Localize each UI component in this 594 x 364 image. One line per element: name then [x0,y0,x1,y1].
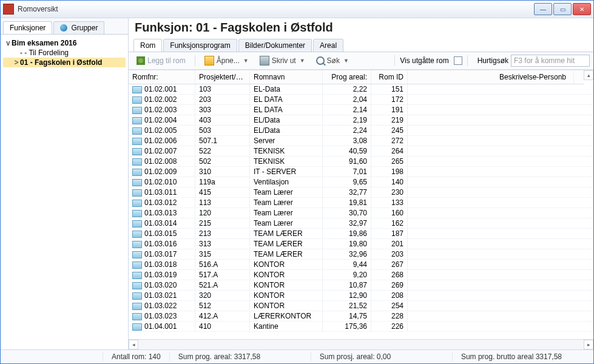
tab-grupper[interactable]: Grupper [53,21,104,34]
room-icon [132,138,142,145]
table-row[interactable]: 01.03.021320KONTOR12,90208 [129,291,593,301]
cell-prog-areal: 32,96 [323,249,371,259]
cell-romfnr: 01.02.005 [129,126,195,135]
tab-label: Grupper [71,24,98,32]
scroll-up-button[interactable]: ▴ [584,70,593,80]
cell-rom-id: 230 [371,187,408,197]
table-row[interactable]: 01.02.001103EL-Data2,22151 [129,84,593,95]
col-prog-areal[interactable]: Prog areal: [323,70,371,84]
tab-label: Bilder/Dokumenter [245,41,305,50]
col-romnavn[interactable]: Romnavn [250,70,323,84]
tab-bilder[interactable]: Bilder/Dokumenter [238,39,312,52]
cell-romnavn: KONTOR [250,280,323,290]
btn-label: Legg til rom [147,56,186,65]
table-row[interactable]: 01.03.022512KONTOR21,52254 [129,301,593,311]
cell-romnavn: KONTOR [250,270,323,280]
cell-romfnr: 01.02.006 [129,136,195,146]
grid-body[interactable]: 01.02.001103EL-Data2,2215101.02.002203EL… [129,84,593,339]
titlebar[interactable]: Romoversikt — ▭ ✕ [1,1,593,18]
page-title: Funksjon: 01 - Fagskolen i Østfold [129,18,593,35]
table-row[interactable]: 01.03.018516.AKONTOR9,44267 [129,260,593,270]
grid: Romfnr: Prosjektert/Ge... Romnavn Prog a… [129,70,593,349]
cell-romnavn: Server [250,136,323,146]
cell-beskrivelse [408,126,593,135]
col-beskrivelse[interactable]: Beskrivelse-Personb [408,70,574,84]
table-row[interactable]: 01.02.009310IT - SERVER7,01198 [129,167,593,177]
chevron-down-icon: ▼ [300,58,305,64]
cell-beskrivelse [408,218,593,228]
cell-romnavn: Team Lærer [250,218,323,228]
room-icon [132,220,142,228]
expander-icon[interactable]: > [13,58,20,67]
table-row[interactable]: 01.03.016313TEAM LÆRER19,80201 [129,239,593,249]
table-row[interactable]: 01.04.001410Kantine175,36226 [129,322,593,332]
table-row[interactable]: 01.02.007522TEKNISK40,59264 [129,146,593,157]
table-row[interactable]: 01.02.003303EL DATA2,14191 [129,105,593,115]
cell-rom-id: 254 [371,301,408,311]
scroll-left-button[interactable]: ◂ [129,340,138,349]
cell-rom-id: 219 [371,115,408,125]
cell-romfnr: 01.02.004 [129,115,195,125]
table-row[interactable]: 01.03.023412.ALÆRERKONTOR14,75228 [129,311,593,322]
cell-prog-areal: 2,04 [323,95,371,104]
table-row[interactable]: 01.03.011415Team Lærer32,77230 [129,187,593,198]
cell-prosjektert: 517.A [195,270,250,280]
tree-label: Bim eksamen 2016 [12,39,76,47]
minimize-button[interactable]: — [534,3,552,15]
table-row[interactable]: 01.03.020521.AKONTOR10,87269 [129,280,593,291]
col-prosjektert[interactable]: Prosjektert/Ge... [195,70,250,84]
btn-label: Søk [327,56,340,65]
tab-funksjonsprogram[interactable]: Funksjonsprogram [163,39,237,52]
cell-prosjektert: 507.1 [195,136,250,146]
table-row[interactable]: 01.02.006507.1Server3,08272 [129,136,593,146]
tab-funksjoner[interactable]: Funksjoner [3,21,52,34]
scroll-right-button[interactable]: ▸ [584,340,593,349]
quicksearch-input[interactable] [511,55,590,67]
tab-rom[interactable]: Rom [133,39,162,52]
table-row[interactable]: 01.02.005503EL/Data2,24245 [129,126,593,136]
cell-rom-id: 160 [371,208,408,218]
table-row[interactable]: 01.03.019517.AKONTOR9,20268 [129,270,593,280]
cell-prosjektert: 512 [195,301,250,311]
cell-romfnr: 01.03.022 [129,301,195,311]
close-button[interactable]: ✕ [573,3,591,15]
folder-icon [204,56,214,66]
expander-icon[interactable]: ∨ [4,39,12,47]
add-room-button[interactable]: Legg til rom [132,55,190,67]
open-button[interactable]: Åpne...▼ [200,54,253,67]
cell-prosjektert: 215 [195,218,250,228]
cell-prosjektert: 516.A [195,260,250,269]
cell-prog-areal: 7,01 [323,167,371,177]
room-icon [132,261,142,269]
cell-prosjektert: 521.A [195,280,250,290]
search-button[interactable]: Søk▼ [312,55,353,67]
table-row[interactable]: 01.02.002203EL DATA2,04172 [129,95,593,105]
cell-rom-id: 264 [371,146,408,156]
print-button[interactable]: Skriv ut▼ [255,54,309,67]
quicksearch-label: Hurtigsøk [478,56,508,65]
room-icon [132,169,142,176]
table-row[interactable]: 01.03.015213TEAM LÆRER19,86187 [129,229,593,239]
table-row[interactable]: 01.02.008502TEKNISK91,60265 [129,157,593,167]
table-row[interactable]: 01.03.017315TEAM LÆRER32,96203 [129,249,593,260]
col-rom-id[interactable]: Rom ID [371,70,408,84]
tree-item-fordeling[interactable]: - - Til Fordeling [3,48,126,58]
status-count: Antall rom: 140 [103,352,169,361]
window-buttons: — ▭ ✕ [534,3,591,15]
cell-romfnr: 01.03.019 [129,270,195,280]
table-row[interactable]: 01.03.014215Team Lærer32,97162 [129,218,593,229]
table-row[interactable]: 01.03.013120Team Lærer30,70160 [129,208,593,218]
cell-prosjektert: 410 [195,322,250,331]
maximize-button[interactable]: ▭ [553,3,572,15]
show-expired-checkbox[interactable] [454,56,462,65]
table-row[interactable]: 01.02.004403EL/Data2,19219 [129,115,593,126]
tree-item-fagskolen[interactable]: >01 - Fagskolen i Østfold [3,58,126,67]
cell-romnavn: Ventilasjon [250,177,323,187]
table-row[interactable]: 01.03.012113Team Lærer19,81133 [129,198,593,208]
cell-romfnr: 01.03.011 [129,187,195,197]
tree-root[interactable]: ∨Bim eksamen 2016 [3,38,126,48]
tab-areal[interactable]: Areal [313,39,343,52]
col-romfnr[interactable]: Romfnr: [129,70,195,84]
hscrollbar[interactable]: ◂ ▸ [129,339,593,349]
table-row[interactable]: 01.02.010119aVentilasjon9,65140 [129,177,593,187]
